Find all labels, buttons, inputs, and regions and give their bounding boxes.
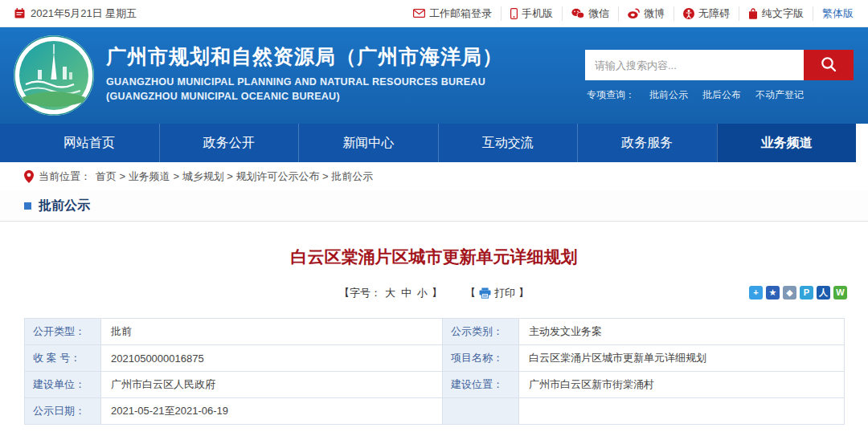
calendar-icon <box>14 8 25 18</box>
toplink-label: 无障碍 <box>698 6 730 21</box>
toplink-label: 手机版 <box>522 6 553 21</box>
field-value-notice-category: 主动发文业务案 <box>519 319 845 345</box>
font-size-prefix: 【字号： <box>339 286 381 300</box>
field-label-notice-category: 公示类别： <box>443 319 519 345</box>
nav-item-news[interactable]: 新闻中心 <box>298 124 438 162</box>
text-version-icon <box>748 8 758 19</box>
article-title: 白云区棠涌片区城市更新单元详细规划 <box>0 246 868 268</box>
toplink-traditional-version[interactable]: 繁体版 <box>813 6 854 21</box>
field-label-case-number: 收 案 号： <box>25 345 101 372</box>
print-bracket-close: 】 <box>518 286 529 300</box>
field-label-project-name: 项目名称： <box>443 345 519 372</box>
agency-subtitle-line2: (GUANGZHOU MUNICIPAL OCEANIC BUREAU) <box>106 90 503 104</box>
printer-icon <box>479 287 491 299</box>
share-weibo-icon[interactable]: P <box>800 286 813 299</box>
share-more-icon[interactable]: + <box>749 286 763 299</box>
breadcrumb-label: 当前位置： <box>39 169 91 184</box>
top-utility-bar: 2021年5月21日 星期五 工作邮箱登录 手机版 微信 微博 <box>0 0 868 27</box>
accessibility-icon <box>683 8 694 19</box>
agency-identity: 广州市规划和自然资源局（广州市海洋局） GUANGZHOU MUNICIPAL … <box>106 43 503 104</box>
toplink-mail-login[interactable]: 工作邮箱登录 <box>404 6 501 21</box>
nav-item-services[interactable]: 政务服务 <box>577 124 717 162</box>
search-button[interactable] <box>804 50 854 80</box>
section-bullet-icon <box>24 202 31 210</box>
field-label-empty <box>443 398 519 425</box>
article-tools: 【字号： 大 中 小 】 【 打印 】 <box>0 286 868 300</box>
field-value-empty <box>519 398 845 425</box>
field-label-construction-unit: 建设单位： <box>25 372 101 398</box>
share-qzone-icon[interactable]: ◆ <box>783 286 796 299</box>
mail-icon <box>413 9 425 18</box>
field-value-construction-location: 广州市白云区新市街棠涌村 <box>519 372 845 398</box>
quick-link-post-approval[interactable]: 批后公布 <box>702 88 741 102</box>
toplink-label: 微信 <box>588 6 609 21</box>
top-links: 工作邮箱登录 手机版 微信 微博 无障碍 <box>404 6 854 21</box>
detail-table: 公开类型： 批前 公示类别： 主动发文业务案 收 案 号： 2021050000… <box>24 318 845 425</box>
location-pin-icon <box>24 170 34 183</box>
agency-subtitle: GUANGZHOU MUNICIPAL PLANNING AND NATURAL… <box>106 75 503 104</box>
date-text: 2021年5月21日 星期五 <box>31 6 137 21</box>
toplink-accessibility[interactable]: 无障碍 <box>674 6 739 21</box>
toplink-wechat[interactable]: 微信 <box>562 6 618 21</box>
quick-link-real-estate[interactable]: 不动产登记 <box>755 88 804 102</box>
field-label-construction-location: 建设位置： <box>443 372 519 398</box>
share-renren-icon[interactable]: 人 <box>817 286 830 299</box>
weibo-icon <box>628 8 640 18</box>
date-display: 2021年5月21日 星期五 <box>14 6 137 21</box>
phone-icon <box>510 8 518 19</box>
field-label-notice-date: 公示日期： <box>25 398 101 425</box>
share-wechat-icon[interactable]: W <box>833 286 847 299</box>
toplink-text-version[interactable]: 纯文字版 <box>739 6 813 21</box>
quick-query-row: 专项查询： 批前公示 批后公布 不动产登记 <box>587 88 804 102</box>
toplink-label: 工作邮箱登录 <box>429 6 492 21</box>
search-icon <box>820 55 837 75</box>
section-title: 批前公示 <box>39 198 90 214</box>
toplink-weibo[interactable]: 微博 <box>618 6 674 21</box>
section-bar: 批前公示 <box>0 191 868 222</box>
search-box <box>585 50 854 80</box>
nav-item-interaction[interactable]: 互动交流 <box>438 124 578 162</box>
toplink-mobile[interactable]: 手机版 <box>501 6 562 21</box>
nav-item-gov-disclosure[interactable]: 政务公开 <box>159 124 299 162</box>
font-size-large-button[interactable]: 大 <box>383 286 397 300</box>
agency-subtitle-line1: GUANGZHOU MUNICIPAL PLANNING AND NATURAL… <box>106 75 503 90</box>
font-size-medium-button[interactable]: 中 <box>399 286 413 300</box>
share-favorite-icon[interactable]: ★ <box>766 286 780 299</box>
field-value-construction-unit: 广州市白云区人民政府 <box>101 372 443 398</box>
bureau-logo <box>13 35 95 116</box>
main-nav: 网站首页 政务公开 新闻中心 互动交流 政务服务 业务频道 <box>0 124 856 162</box>
wechat-icon <box>571 8 584 18</box>
breadcrumb-path[interactable]: 首页 > 业务频道 > 城乡规划 > 规划许可公示公布 > 批前公示 <box>96 169 373 184</box>
nav-item-home[interactable]: 网站首页 <box>19 124 159 162</box>
toplink-label: 纯文字版 <box>762 6 804 21</box>
search-input[interactable] <box>585 50 804 80</box>
font-size-suffix: 】 <box>432 286 442 300</box>
field-value-case-number: 2021050000016875 <box>101 345 443 372</box>
site-header: 广州市规划和自然资源局（广州市海洋局） GUANGZHOU MUNICIPAL … <box>0 27 868 124</box>
print-label: 打印 <box>494 286 515 300</box>
toplink-label: 繁体版 <box>822 6 854 21</box>
field-label-public-type: 公开类型： <box>25 319 101 345</box>
breadcrumb: 当前位置： 首页 > 业务频道 > 城乡规划 > 规划许可公示公布 > 批前公示 <box>0 162 868 191</box>
toplink-label: 微博 <box>644 6 665 21</box>
quick-link-pre-approval[interactable]: 批前公示 <box>649 88 688 102</box>
print-button[interactable]: 【 打印 】 <box>465 286 529 300</box>
field-value-public-type: 批前 <box>101 319 443 345</box>
nav-item-business-channel[interactable]: 业务频道 <box>717 124 857 162</box>
font-size-small-button[interactable]: 小 <box>416 286 429 300</box>
agency-title: 广州市规划和自然资源局（广州市海洋局） <box>106 43 503 70</box>
share-bar: + ★ ◆ P 人 W <box>749 286 847 299</box>
field-value-notice-date: 2021-05-21至2021-06-19 <box>101 398 443 425</box>
quick-query-label: 专项查询： <box>587 88 635 102</box>
print-bracket-open: 【 <box>465 286 476 300</box>
field-value-project-name: 白云区棠涌片区城市更新单元详细规划 <box>519 345 845 372</box>
